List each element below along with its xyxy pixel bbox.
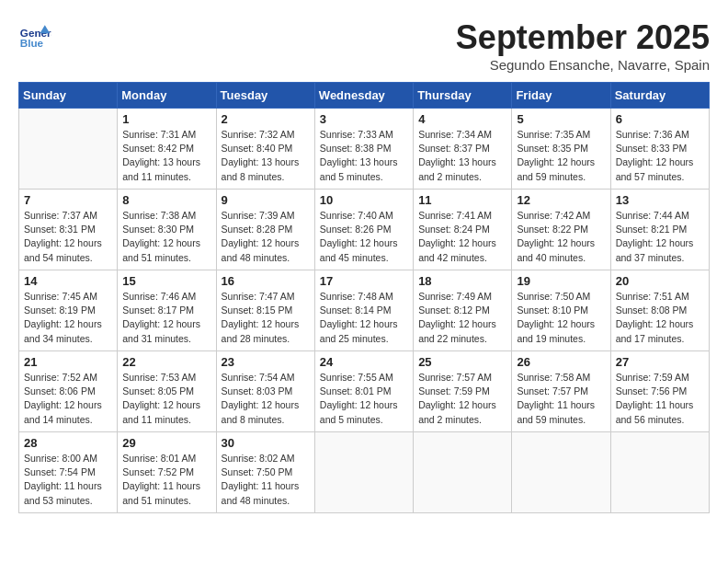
col-header-saturday: Saturday bbox=[610, 83, 709, 109]
calendar: SundayMondayTuesdayWednesdayThursdayFrid… bbox=[18, 82, 710, 513]
calendar-cell: 8Sunrise: 7:38 AM Sunset: 8:30 PM Daylig… bbox=[118, 190, 216, 270]
day-number: 1 bbox=[122, 112, 210, 126]
day-number: 21 bbox=[24, 355, 112, 369]
day-number: 10 bbox=[320, 193, 408, 207]
day-info: Sunrise: 7:35 AM Sunset: 8:35 PM Dayligh… bbox=[517, 128, 605, 184]
calendar-cell: 29Sunrise: 8:01 AM Sunset: 7:52 PM Dayli… bbox=[118, 432, 216, 513]
calendar-header-row: SundayMondayTuesdayWednesdayThursdayFrid… bbox=[19, 83, 710, 109]
day-info: Sunrise: 7:57 AM Sunset: 7:59 PM Dayligh… bbox=[418, 371, 506, 427]
calendar-cell: 15Sunrise: 7:46 AM Sunset: 8:17 PM Dayli… bbox=[118, 270, 216, 351]
day-number: 2 bbox=[222, 112, 310, 126]
day-info: Sunrise: 7:44 AM Sunset: 8:21 PM Dayligh… bbox=[616, 209, 704, 265]
day-info: Sunrise: 7:48 AM Sunset: 8:14 PM Dayligh… bbox=[320, 290, 408, 346]
calendar-cell bbox=[314, 432, 413, 513]
col-header-friday: Friday bbox=[512, 83, 610, 109]
calendar-cell: 3Sunrise: 7:33 AM Sunset: 8:38 PM Daylig… bbox=[314, 109, 413, 190]
calendar-cell: 4Sunrise: 7:34 AM Sunset: 8:37 PM Daylig… bbox=[414, 109, 512, 190]
day-info: Sunrise: 7:53 AM Sunset: 8:05 PM Dayligh… bbox=[122, 371, 210, 427]
day-number: 8 bbox=[122, 193, 210, 207]
calendar-cell: 26Sunrise: 7:58 AM Sunset: 7:57 PM Dayli… bbox=[512, 351, 610, 432]
logo: General Blue bbox=[18, 18, 55, 52]
day-info: Sunrise: 7:52 AM Sunset: 8:06 PM Dayligh… bbox=[24, 371, 112, 427]
week-row-3: 14Sunrise: 7:45 AM Sunset: 8:19 PM Dayli… bbox=[19, 270, 710, 351]
day-number: 23 bbox=[222, 355, 310, 369]
day-number: 20 bbox=[616, 274, 704, 288]
calendar-cell: 9Sunrise: 7:39 AM Sunset: 8:28 PM Daylig… bbox=[216, 190, 314, 270]
calendar-cell: 30Sunrise: 8:02 AM Sunset: 7:50 PM Dayli… bbox=[216, 432, 314, 513]
calendar-cell: 20Sunrise: 7:51 AM Sunset: 8:08 PM Dayli… bbox=[610, 270, 709, 351]
day-info: Sunrise: 7:58 AM Sunset: 7:57 PM Dayligh… bbox=[517, 371, 605, 427]
col-header-thursday: Thursday bbox=[414, 83, 512, 109]
week-row-1: 1Sunrise: 7:31 AM Sunset: 8:42 PM Daylig… bbox=[19, 109, 710, 190]
day-number: 11 bbox=[418, 193, 506, 207]
day-info: Sunrise: 7:59 AM Sunset: 7:56 PM Dayligh… bbox=[616, 371, 704, 427]
day-number: 24 bbox=[320, 355, 408, 369]
calendar-cell: 16Sunrise: 7:47 AM Sunset: 8:15 PM Dayli… bbox=[216, 270, 314, 351]
day-info: Sunrise: 7:49 AM Sunset: 8:12 PM Dayligh… bbox=[418, 290, 506, 346]
day-info: Sunrise: 7:40 AM Sunset: 8:26 PM Dayligh… bbox=[320, 209, 408, 265]
logo-icon: General Blue bbox=[18, 18, 51, 52]
day-number: 15 bbox=[122, 274, 210, 288]
day-info: Sunrise: 7:55 AM Sunset: 8:01 PM Dayligh… bbox=[320, 371, 408, 427]
calendar-cell bbox=[610, 432, 709, 513]
day-info: Sunrise: 7:39 AM Sunset: 8:28 PM Dayligh… bbox=[222, 209, 310, 265]
calendar-cell: 22Sunrise: 7:53 AM Sunset: 8:05 PM Dayli… bbox=[118, 351, 216, 432]
day-info: Sunrise: 7:50 AM Sunset: 8:10 PM Dayligh… bbox=[517, 290, 605, 346]
day-info: Sunrise: 8:00 AM Sunset: 7:54 PM Dayligh… bbox=[24, 452, 112, 508]
day-number: 29 bbox=[122, 436, 210, 450]
day-number: 17 bbox=[320, 274, 408, 288]
week-row-4: 21Sunrise: 7:52 AM Sunset: 8:06 PM Dayli… bbox=[19, 351, 710, 432]
calendar-cell: 21Sunrise: 7:52 AM Sunset: 8:06 PM Dayli… bbox=[19, 351, 118, 432]
calendar-cell: 11Sunrise: 7:41 AM Sunset: 8:24 PM Dayli… bbox=[414, 190, 512, 270]
day-number: 4 bbox=[418, 112, 506, 126]
day-number: 6 bbox=[616, 112, 704, 126]
day-info: Sunrise: 7:46 AM Sunset: 8:17 PM Dayligh… bbox=[122, 290, 210, 346]
col-header-sunday: Sunday bbox=[19, 83, 118, 109]
day-number: 5 bbox=[517, 112, 605, 126]
day-number: 13 bbox=[616, 193, 704, 207]
day-number: 22 bbox=[122, 355, 210, 369]
calendar-cell: 13Sunrise: 7:44 AM Sunset: 8:21 PM Dayli… bbox=[610, 190, 709, 270]
header: General Blue September 2025 Segundo Ensa… bbox=[18, 18, 710, 73]
calendar-cell: 25Sunrise: 7:57 AM Sunset: 7:59 PM Dayli… bbox=[414, 351, 512, 432]
day-info: Sunrise: 7:47 AM Sunset: 8:15 PM Dayligh… bbox=[222, 290, 310, 346]
day-info: Sunrise: 7:42 AM Sunset: 8:22 PM Dayligh… bbox=[517, 209, 605, 265]
calendar-cell bbox=[414, 432, 512, 513]
day-info: Sunrise: 7:51 AM Sunset: 8:08 PM Dayligh… bbox=[616, 290, 704, 346]
calendar-cell bbox=[19, 109, 118, 190]
day-info: Sunrise: 8:02 AM Sunset: 7:50 PM Dayligh… bbox=[222, 452, 310, 508]
calendar-cell bbox=[512, 432, 610, 513]
day-number: 16 bbox=[222, 274, 310, 288]
calendar-cell: 19Sunrise: 7:50 AM Sunset: 8:10 PM Dayli… bbox=[512, 270, 610, 351]
svg-text:Blue: Blue bbox=[20, 37, 44, 49]
col-header-wednesday: Wednesday bbox=[314, 83, 413, 109]
title-area: September 2025 Segundo Ensanche, Navarre… bbox=[456, 18, 710, 73]
day-number: 18 bbox=[418, 274, 506, 288]
day-info: Sunrise: 7:45 AM Sunset: 8:19 PM Dayligh… bbox=[24, 290, 112, 346]
day-number: 30 bbox=[222, 436, 310, 450]
day-info: Sunrise: 7:34 AM Sunset: 8:37 PM Dayligh… bbox=[418, 128, 506, 184]
calendar-cell: 14Sunrise: 7:45 AM Sunset: 8:19 PM Dayli… bbox=[19, 270, 118, 351]
day-info: Sunrise: 7:38 AM Sunset: 8:30 PM Dayligh… bbox=[122, 209, 210, 265]
calendar-cell: 28Sunrise: 8:00 AM Sunset: 7:54 PM Dayli… bbox=[19, 432, 118, 513]
calendar-cell: 6Sunrise: 7:36 AM Sunset: 8:33 PM Daylig… bbox=[610, 109, 709, 190]
calendar-cell: 24Sunrise: 7:55 AM Sunset: 8:01 PM Dayli… bbox=[314, 351, 413, 432]
week-row-2: 7Sunrise: 7:37 AM Sunset: 8:31 PM Daylig… bbox=[19, 190, 710, 270]
day-info: Sunrise: 7:41 AM Sunset: 8:24 PM Dayligh… bbox=[418, 209, 506, 265]
calendar-cell: 17Sunrise: 7:48 AM Sunset: 8:14 PM Dayli… bbox=[314, 270, 413, 351]
location-title: Segundo Ensanche, Navarre, Spain bbox=[456, 57, 710, 73]
calendar-cell: 18Sunrise: 7:49 AM Sunset: 8:12 PM Dayli… bbox=[414, 270, 512, 351]
day-info: Sunrise: 7:31 AM Sunset: 8:42 PM Dayligh… bbox=[122, 128, 210, 184]
day-number: 28 bbox=[24, 436, 112, 450]
day-info: Sunrise: 8:01 AM Sunset: 7:52 PM Dayligh… bbox=[122, 452, 210, 508]
day-number: 14 bbox=[24, 274, 112, 288]
day-info: Sunrise: 7:54 AM Sunset: 8:03 PM Dayligh… bbox=[222, 371, 310, 427]
day-number: 9 bbox=[222, 193, 310, 207]
day-number: 25 bbox=[418, 355, 506, 369]
calendar-cell: 12Sunrise: 7:42 AM Sunset: 8:22 PM Dayli… bbox=[512, 190, 610, 270]
col-header-monday: Monday bbox=[118, 83, 216, 109]
calendar-cell: 23Sunrise: 7:54 AM Sunset: 8:03 PM Dayli… bbox=[216, 351, 314, 432]
calendar-cell: 1Sunrise: 7:31 AM Sunset: 8:42 PM Daylig… bbox=[118, 109, 216, 190]
week-row-5: 28Sunrise: 8:00 AM Sunset: 7:54 PM Dayli… bbox=[19, 432, 710, 513]
calendar-cell: 7Sunrise: 7:37 AM Sunset: 8:31 PM Daylig… bbox=[19, 190, 118, 270]
